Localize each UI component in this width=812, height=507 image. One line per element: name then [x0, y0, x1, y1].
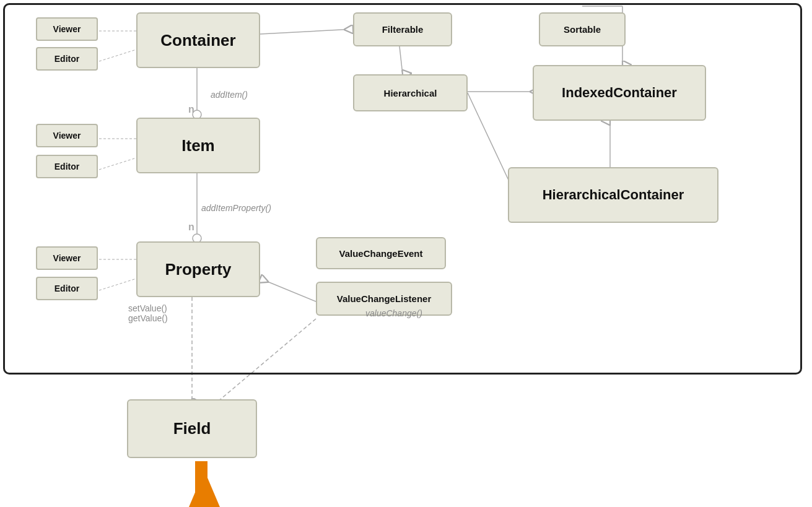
hierarchical-container-label: HierarchicalContainer	[543, 187, 684, 203]
svg-line-14	[260, 279, 316, 301]
add-item-annotation: addItem()	[211, 90, 248, 100]
viewer-item-box: Viewer	[36, 124, 98, 147]
n1-annotation: n	[188, 104, 194, 115]
viewer-item-label: Viewer	[53, 131, 81, 141]
value-change-event-box: ValueChangeEvent	[316, 237, 446, 269]
filterable-label: Filterable	[382, 24, 424, 35]
field-box: Field	[127, 399, 257, 458]
svg-line-4	[399, 46, 403, 74]
viewer-container-label: Viewer	[53, 24, 81, 34]
n2-annotation: n	[188, 222, 194, 233]
hierarchical-container-box: HierarchicalContainer	[508, 167, 718, 223]
svg-line-13	[468, 93, 514, 192]
item-box: Item	[136, 118, 260, 173]
svg-marker-23	[189, 470, 220, 507]
editor-property-box: Editor	[36, 277, 98, 300]
editor-property-label: Editor	[55, 284, 79, 293]
viewer-container-box: Viewer	[36, 17, 98, 41]
svg-line-22	[99, 279, 136, 290]
field-label: Field	[173, 419, 211, 438]
sortable-box: Sortable	[539, 12, 626, 46]
svg-line-18	[99, 50, 136, 61]
add-item-property-annotation: addItemProperty()	[201, 203, 271, 213]
property-label: Property	[165, 260, 232, 279]
svg-line-3	[260, 29, 353, 34]
property-box: Property	[136, 241, 260, 297]
viewer-property-label: Viewer	[53, 253, 81, 263]
sortable-label: Sortable	[564, 24, 601, 35]
viewer-property-box: Viewer	[36, 246, 98, 270]
editor-container-box: Editor	[36, 47, 98, 71]
hierarchical-box: Hierarchical	[353, 74, 468, 111]
item-label: Item	[181, 136, 214, 155]
value-change-event-label: ValueChangeEvent	[339, 248, 422, 259]
container-box: Container	[136, 12, 260, 68]
value-change-annotation: valueChange()	[365, 308, 422, 318]
editor-item-box: Editor	[36, 155, 98, 178]
svg-line-20	[99, 158, 136, 170]
editor-item-label: Editor	[55, 162, 79, 171]
indexed-container-box: IndexedContainer	[533, 65, 706, 121]
indexed-container-label: IndexedContainer	[562, 85, 677, 101]
set-value-annotation: setValue()getValue()	[128, 303, 168, 323]
hierarchical-label: Hierarchical	[384, 88, 437, 98]
svg-line-16	[217, 319, 316, 402]
filterable-box: Filterable	[353, 12, 452, 46]
value-change-listener-label: ValueChangeListener	[337, 293, 432, 304]
svg-rect-24	[195, 461, 207, 507]
container-label: Container	[160, 31, 235, 50]
editor-container-label: Editor	[55, 54, 79, 64]
